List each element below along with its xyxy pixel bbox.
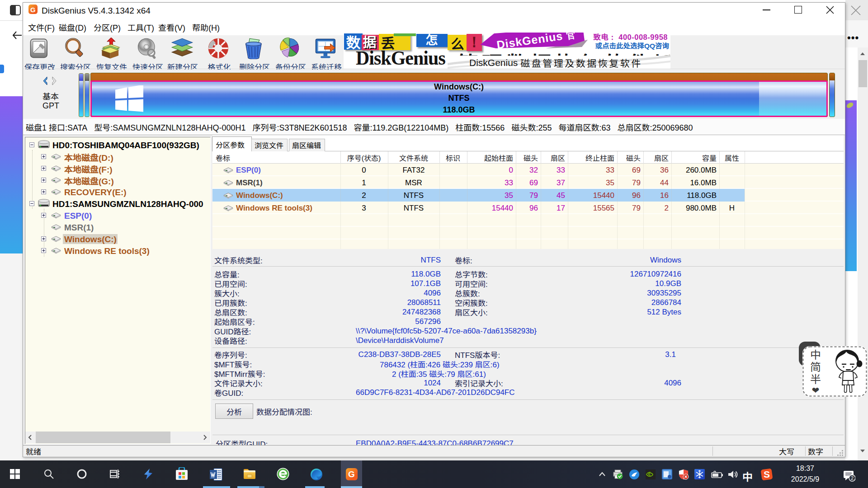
svg-text:2: 2 (851, 475, 854, 481)
